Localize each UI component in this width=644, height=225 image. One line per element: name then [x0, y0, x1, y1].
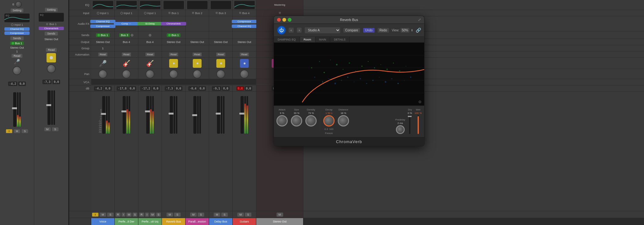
ch1-pan-knob[interactable]	[98, 70, 107, 78]
track-label-ch8[interactable]: Stereo Out	[256, 218, 303, 225]
plugin-view-stepper[interactable]: ⬍	[411, 29, 413, 32]
tab-main[interactable]: MAIN	[315, 37, 330, 42]
plugin-power-button[interactable]: ⏻	[277, 26, 286, 35]
plugin-redo-button[interactable]: Redo	[377, 28, 389, 33]
predelay-knob[interactable]	[396, 125, 405, 134]
ch8-m-button[interactable]: M	[276, 212, 283, 217]
ch1-m-button[interactable]: M	[99, 212, 106, 217]
size-knob[interactable]	[291, 115, 302, 126]
reverb-setting-button[interactable]: Setting	[45, 8, 58, 12]
window-close-button[interactable]	[277, 18, 281, 22]
ch2-fader[interactable]	[123, 96, 126, 134]
ch3-m-button[interactable]: M	[150, 212, 155, 217]
ch4-pan-knob[interactable]	[169, 70, 178, 78]
plugin-next-button[interactable]: ›	[297, 27, 302, 33]
ch6-fader[interactable]	[217, 96, 220, 134]
reverb-m-button[interactable]: M	[44, 127, 51, 131]
ch7-m-button[interactable]: M	[237, 212, 244, 217]
attack-knob[interactable]	[276, 115, 288, 126]
ch6-m-button[interactable]: M	[214, 212, 220, 217]
ch2-pan-knob[interactable]	[122, 70, 131, 78]
decay-knob[interactable]	[323, 115, 335, 126]
dry-fader-track[interactable]	[409, 115, 410, 134]
ch4-fx1[interactable]: ChromaVerb	[161, 22, 186, 25]
tab-damping-eq[interactable]: DAMPING EQ	[274, 37, 300, 42]
ch3-s-button[interactable]: S	[156, 212, 161, 217]
tab-details[interactable]: DETAILS	[330, 37, 350, 42]
ch5-s-button[interactable]: S	[197, 212, 204, 217]
chromaverb-settings-icon[interactable]: ⚙	[418, 100, 422, 104]
ch2-fx1[interactable]: Comp ←	[114, 22, 139, 25]
window-maximize-button[interactable]	[288, 18, 291, 22]
track-label-ch6[interactable]: Delay Bus	[209, 218, 233, 225]
ch3-sends-expand[interactable]: ⊕	[148, 33, 152, 37]
ch1-fx2[interactable]: Compressor	[90, 24, 115, 28]
ch3-fx1[interactable]: St-Delay	[137, 22, 163, 25]
track-label-ch5[interactable]: Parall...ession	[186, 218, 209, 225]
ch2-r-button[interactable]: R	[115, 212, 121, 217]
ch4-auto-btn[interactable]: Read	[169, 52, 178, 56]
voice-fx2-badge[interactable]: Compressor	[4, 31, 30, 35]
ch1-auto-btn[interactable]: Read	[98, 52, 107, 56]
ch1-fader[interactable]	[102, 96, 105, 134]
track-label-ch7[interactable]: Guitars	[233, 218, 256, 225]
voice-sends-button[interactable]: Sends	[10, 36, 24, 40]
ch3-i-button[interactable]: I	[145, 212, 149, 217]
window-minimize-button[interactable]	[282, 18, 286, 22]
ch5-m-button[interactable]: M	[190, 212, 197, 217]
plugin-prev-button[interactable]: ‹	[288, 27, 294, 33]
dry-fader-handle[interactable]	[408, 116, 412, 117]
track-label-ch1[interactable]: Voice	[91, 218, 115, 225]
reverb-fader-track[interactable]	[47, 90, 51, 125]
tab-room[interactable]: Room	[300, 37, 315, 42]
ch2-s-button[interactable]: S	[132, 212, 137, 217]
ch7-fader[interactable]	[241, 96, 244, 134]
track-label-ch4[interactable]: Reverb Bus	[162, 218, 186, 225]
ch4-s-button[interactable]: S	[174, 212, 181, 217]
ch7-fx2[interactable]: Channel EQ	[232, 24, 257, 28]
plugin-link-icon[interactable]: 🔗	[416, 28, 421, 33]
ch3-auto-btn[interactable]: Read	[145, 52, 154, 56]
ch1-i-button[interactable]: I	[92, 212, 99, 217]
ch5-pan-knob[interactable]	[193, 70, 202, 78]
voice-fader-track[interactable]	[13, 92, 16, 127]
plugin-window-expand-icon[interactable]: ⤢	[418, 18, 421, 22]
ch5-fader[interactable]	[193, 96, 197, 134]
ch3-pan-knob[interactable]	[146, 70, 154, 78]
distance-knob[interactable]	[338, 115, 349, 126]
voice-m2-button[interactable]: M	[14, 129, 20, 133]
voice-m-button[interactable]: I	[6, 129, 13, 133]
ch7-auto-btn[interactable]: Read	[240, 52, 249, 56]
ch1-fx1[interactable]: Channel EQ	[90, 20, 115, 23]
track-label-ch2[interactable]: Perfe...it Der	[115, 218, 138, 225]
ch2-i-button[interactable]: I	[121, 212, 126, 217]
ch3-fader[interactable]	[146, 96, 149, 134]
plugin-undo-button[interactable]: Undo	[363, 28, 375, 33]
ch2-sends-expand[interactable]: ⊕	[130, 33, 134, 37]
ch6-auto-btn[interactable]: Read	[216, 52, 225, 56]
ch2-auto-btn[interactable]: Read	[122, 52, 131, 56]
ch7-pan-knob[interactable]	[240, 70, 249, 78]
voice-setting-button[interactable]: Setting	[10, 8, 24, 13]
ch1-s-button[interactable]: S	[107, 212, 114, 217]
reverb-s-button[interactable]: S	[52, 127, 59, 131]
ch2-sends-bus[interactable]: Bus 3	[119, 33, 130, 37]
track-label-ch3[interactable]: Perfe...uit Izq	[138, 218, 162, 225]
density-knob[interactable]	[305, 115, 317, 126]
reverb-pan-knob[interactable]	[47, 64, 56, 73]
voice-bus-badge[interactable]: Bus 1	[10, 41, 24, 45]
ch7-s-button[interactable]: S	[245, 212, 252, 217]
ch4-sends-bus[interactable]: Bus 1	[167, 33, 180, 37]
voice-pan-knob[interactable]	[13, 66, 21, 75]
plugin-compare-button[interactable]: Compare	[343, 28, 360, 33]
reverb-sends-button[interactable]: Sends	[44, 31, 58, 36]
ch6-s-button[interactable]: S	[221, 212, 228, 217]
reverb-read-button[interactable]: Read	[46, 48, 57, 52]
reverb-fx1-badge[interactable]: ChromaVerb	[39, 27, 64, 30]
ch4-m-button[interactable]: M	[166, 212, 173, 217]
voice-fx1-badge[interactable]: Channel EQ	[4, 27, 30, 31]
voice-strip-knob[interactable]	[15, 1, 22, 8]
ch7-fx1[interactable]: Compressor	[232, 20, 257, 23]
ch5-auto-btn[interactable]: Read	[192, 52, 202, 56]
ch1-sends-bus[interactable]: Bus 1	[96, 33, 109, 37]
